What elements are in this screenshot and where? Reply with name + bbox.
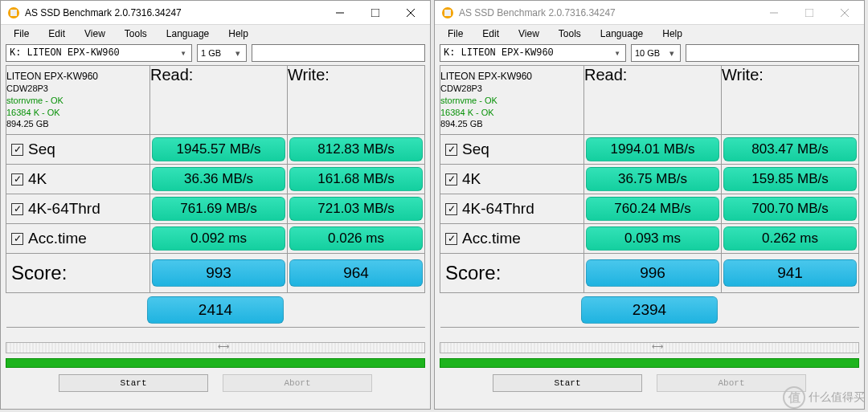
drive-alignment: 16384 K - OK (6, 107, 149, 119)
result-fk-write: 161.68 MB/s (289, 167, 423, 191)
minimize-button[interactable] (322, 1, 358, 25)
result-seq-read: 1994.01 MB/s (586, 137, 719, 161)
checkbox-fk[interactable]: ✓ (11, 173, 23, 186)
read-cell: 0.092 ms (150, 224, 288, 254)
progress-bar: ⟷ (440, 342, 859, 353)
result-acc-write: 0.262 ms (723, 226, 857, 251)
maximize-button[interactable] (358, 1, 393, 25)
row-label-cell: ✓ Seq (440, 135, 584, 165)
score-write: 964 (289, 259, 423, 287)
write-cell: 0.262 ms (722, 224, 859, 254)
toolbar: K: LITEON EPX-KW960 ▾ 10 GB ▾ (435, 43, 864, 63)
row-label-cell: ✓ 4K (6, 165, 150, 194)
drive-firmware: CDW28P3 (440, 83, 583, 95)
checkbox-fk64[interactable]: ✓ (445, 203, 457, 215)
result-seq-write: 812.83 MB/s (289, 137, 423, 161)
score-read: 993 (152, 259, 285, 287)
result-fk-read: 36.36 MB/s (152, 167, 285, 191)
button-bar: Start Abort (1, 368, 430, 397)
drive-alignment: 16384 K - OK (440, 107, 583, 119)
checkbox-fk[interactable]: ✓ (445, 173, 457, 186)
result-fk-write: 159.85 MB/s (723, 167, 857, 191)
row-label-cell: ✓ 4K-64Thrd (6, 194, 150, 224)
test-size-select[interactable]: 1 GB ▾ (197, 44, 247, 62)
score-read-cell: 993 (150, 254, 288, 293)
toolbar-input[interactable] (686, 44, 859, 62)
score-label: Score: (445, 262, 501, 284)
score-total: 2414 (147, 296, 284, 324)
result-acc-read: 0.092 ms (152, 226, 285, 251)
chevron-down-icon: ▾ (177, 47, 190, 59)
write-cell: 161.68 MB/s (288, 165, 425, 194)
chevron-down-icon: ▾ (665, 48, 678, 59)
result-acc-write: 0.026 ms (289, 226, 423, 251)
app-icon (7, 6, 20, 19)
menu-view[interactable]: View (509, 27, 549, 41)
menu-file[interactable]: File (4, 27, 39, 41)
results-table: LITEON EPX-KW960 CDW28P3 stornvme - OK 1… (440, 65, 859, 336)
row-label-cell: ✓ 4K (440, 165, 584, 194)
toolbar: K: LITEON EPX-KW960 ▾ 1 GB ▾ (1, 43, 430, 63)
write-cell: 159.85 MB/s (722, 165, 859, 194)
titlebar: AS SSD Benchmark 2.0.7316.34247 (1, 1, 430, 25)
row-label-cell: ✓ Acc.time (440, 224, 584, 254)
progress-bar: ⟷ (6, 342, 425, 353)
slider-handle-icon: ⟷ (652, 342, 666, 353)
menu-help[interactable]: Help (653, 27, 692, 41)
write-cell: 0.026 ms (288, 224, 425, 254)
test-size-value: 1 GB (201, 48, 221, 58)
start-button[interactable]: Start (59, 374, 208, 392)
menu-edit[interactable]: Edit (473, 27, 509, 41)
chevron-down-icon: ▾ (611, 47, 624, 59)
titlebar: AS SSD Benchmark 2.0.7316.34247 (435, 1, 864, 25)
read-cell: 761.69 MB/s (150, 194, 288, 224)
score-label: Score: (11, 262, 67, 284)
score-label-cell: Score: (6, 254, 150, 293)
close-button[interactable] (393, 1, 428, 25)
menu-language[interactable]: Language (591, 27, 653, 41)
menu-tools[interactable]: Tools (115, 27, 157, 41)
read-cell: 0.093 ms (584, 224, 722, 254)
result-acc-read: 0.093 ms (586, 226, 719, 251)
drive-select[interactable]: K: LITEON EPX-KW960 ▾ (440, 44, 626, 62)
drive-size: 894.25 GB (440, 118, 583, 130)
result-fk64-write: 721.03 MB/s (289, 197, 423, 221)
result-fk64-read: 761.69 MB/s (152, 197, 285, 221)
drive-driver: stornvme - OK (6, 95, 149, 107)
checkbox-fk64[interactable]: ✓ (11, 203, 23, 215)
drive-select[interactable]: K: LITEON EPX-KW960 ▾ (6, 44, 192, 62)
drive-select-value: K: LITEON EPX-KW960 (444, 47, 554, 59)
read-header: Read: (150, 66, 288, 135)
watermark-icon: 值 (783, 386, 805, 409)
checkbox-seq[interactable]: ✓ (445, 144, 457, 156)
abort-button: Abort (223, 374, 372, 392)
write-header: Write: (722, 66, 859, 135)
checkbox-acc[interactable]: ✓ (445, 233, 457, 245)
window-title: AS SSD Benchmark 2.0.7316.34247 (25, 7, 322, 18)
slider-handle-icon: ⟷ (218, 342, 232, 353)
drive-info: LITEON EPX-KW960 CDW28P3 stornvme - OK 1… (440, 66, 584, 135)
menu-language[interactable]: Language (157, 27, 219, 41)
toolbar-input[interactable] (252, 44, 425, 62)
minimize-button[interactable] (756, 1, 792, 25)
maximize-button[interactable] (792, 1, 827, 25)
menubar: FileEditViewToolsLanguageHelp (1, 25, 430, 43)
read-cell: 36.75 MB/s (584, 165, 722, 194)
close-button[interactable] (827, 1, 862, 25)
test-size-select[interactable]: 10 GB ▾ (631, 44, 681, 62)
menu-tools[interactable]: Tools (549, 27, 591, 41)
menu-edit[interactable]: Edit (39, 27, 75, 41)
result-seq-read: 1945.57 MB/s (152, 137, 285, 161)
row-label-fk: 4K (462, 170, 481, 188)
score-write: 941 (723, 259, 857, 287)
menu-help[interactable]: Help (219, 27, 258, 41)
checkbox-acc[interactable]: ✓ (11, 233, 23, 245)
write-header: Write: (288, 66, 425, 135)
start-button[interactable]: Start (493, 374, 642, 392)
menu-view[interactable]: View (75, 27, 115, 41)
score-write-cell: 964 (288, 254, 425, 293)
menu-file[interactable]: File (438, 27, 473, 41)
row-label-seq: Seq (462, 141, 489, 158)
checkbox-seq[interactable]: ✓ (11, 144, 23, 156)
drive-size: 894.25 GB (6, 118, 149, 130)
